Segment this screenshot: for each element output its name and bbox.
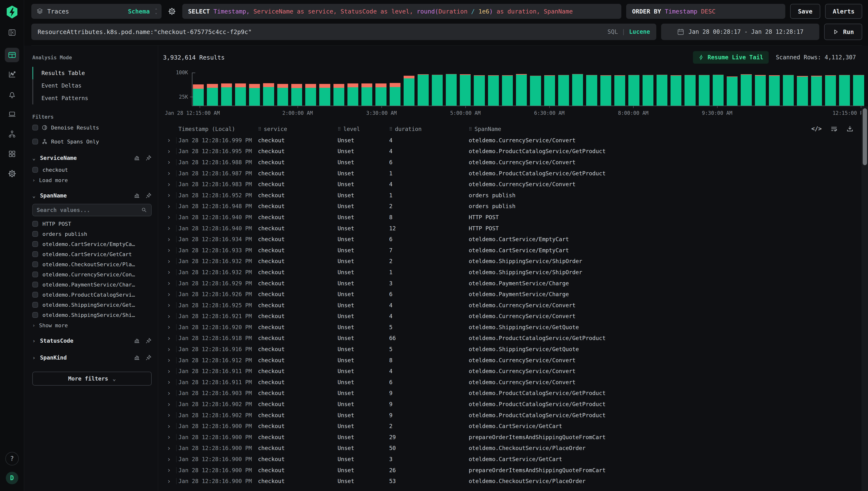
- chart-bar[interactable]: [207, 84, 218, 106]
- expand-row-icon[interactable]: ›: [167, 268, 171, 276]
- more-filters-button[interactable]: More filters ⌄: [32, 372, 152, 385]
- table-row[interactable]: ›Jan 28 12:28:16.903 PMcheckoutUnset9ote…: [163, 388, 857, 399]
- user-avatar[interactable]: D: [6, 472, 18, 484]
- spanname-search[interactable]: [32, 204, 152, 216]
- help-icon[interactable]: ?: [5, 452, 19, 465]
- source-settings-gear-icon[interactable]: [167, 4, 177, 19]
- checkbox[interactable]: [32, 139, 38, 144]
- pin-icon[interactable]: [145, 338, 152, 344]
- chart-bar[interactable]: [446, 74, 457, 106]
- download-icon[interactable]: [846, 125, 854, 133]
- chart-bar[interactable]: [193, 84, 204, 106]
- table-row[interactable]: ›Jan 28 12:28:16.948 PMcheckoutUnset2ord…: [163, 201, 857, 212]
- chart-bar[interactable]: [235, 83, 246, 106]
- nav-services-icon[interactable]: [5, 127, 19, 141]
- chart-bar[interactable]: [221, 83, 232, 106]
- chart-bar[interactable]: [502, 75, 513, 106]
- table-row[interactable]: ›Jan 28 12:28:16.900 PMcheckoutUnset29pr…: [163, 432, 857, 443]
- column-header-duration[interactable]: ⠿duration: [387, 126, 467, 132]
- run-button[interactable]: Run: [824, 24, 862, 40]
- column-header-timestamp-local-[interactable]: Timestamp (Local): [177, 126, 256, 132]
- chart-bar[interactable]: [572, 74, 583, 106]
- lang-lucene-toggle[interactable]: Lucene: [629, 28, 650, 35]
- expand-row-icon[interactable]: ›: [167, 235, 171, 243]
- spanname-search-input[interactable]: [37, 207, 141, 213]
- chart-bar[interactable]: [277, 84, 288, 106]
- order-by-editor[interactable]: ORDER BY Timestamp DESC: [626, 4, 785, 19]
- chart-bar[interactable]: [348, 83, 358, 106]
- expand-row-icon[interactable]: ›: [167, 356, 171, 364]
- expand-row-icon[interactable]: ›: [167, 290, 171, 298]
- expand-row-icon[interactable]: ›: [167, 378, 171, 386]
- table-row[interactable]: ›Jan 28 12:28:16.926 PMcheckoutUnset6ote…: [163, 289, 857, 300]
- servicename-load-more[interactable]: › Load more: [32, 175, 152, 185]
- chart-bar[interactable]: [305, 84, 316, 106]
- sql-select-editor[interactable]: SELECT Timestamp, ServiceName as service…: [182, 4, 621, 19]
- analysis-mode-item[interactable]: Event Deltas: [32, 79, 152, 92]
- filter-section-spanname[interactable]: ⌄ SpanName: [32, 189, 152, 202]
- expand-row-icon[interactable]: ›: [167, 466, 171, 474]
- table-row[interactable]: ›Jan 28 12:28:16.902 PMcheckoutUnset9ote…: [163, 399, 857, 410]
- chart-bar[interactable]: [432, 75, 443, 106]
- chart-bar[interactable]: [615, 75, 625, 106]
- table-row[interactable]: ›Jan 28 12:28:16.983 PMcheckoutUnset4ote…: [163, 179, 857, 190]
- chart-bar[interactable]: [657, 75, 667, 106]
- expand-row-icon[interactable]: ›: [167, 367, 171, 375]
- chart-bar[interactable]: [839, 75, 850, 106]
- table-row[interactable]: ›Jan 28 12:28:16.911 PMcheckoutUnset6ote…: [163, 377, 857, 388]
- wrap-lines-icon[interactable]: [830, 125, 838, 133]
- filter-value-item[interactable]: orders publish: [32, 229, 152, 239]
- nav-chart-icon[interactable]: [5, 67, 19, 82]
- expand-row-icon[interactable]: ›: [167, 202, 171, 210]
- expand-row-icon[interactable]: ›: [167, 334, 171, 342]
- pin-icon[interactable]: [145, 193, 152, 199]
- analysis-mode-item[interactable]: Results Table: [32, 67, 152, 79]
- chart-bar[interactable]: [418, 74, 428, 106]
- chart-bar[interactable]: [460, 74, 471, 106]
- expand-row-icon[interactable]: ›: [167, 444, 171, 452]
- table-row[interactable]: ›Jan 28 12:28:16.929 PMcheckoutUnset3ote…: [163, 278, 857, 289]
- table-row[interactable]: ›Jan 28 12:28:16.987 PMcheckoutUnset1ote…: [163, 168, 857, 179]
- lang-sql-toggle[interactable]: SQL: [607, 28, 618, 35]
- chart-bar[interactable]: [390, 83, 400, 106]
- chart-bar[interactable]: [699, 75, 710, 106]
- chart-bar[interactable]: [755, 75, 766, 106]
- column-header-level[interactable]: ⠿level: [336, 126, 387, 132]
- table-row[interactable]: ›Jan 28 12:28:16.900 PMcheckoutUnset2ote…: [163, 421, 857, 432]
- filter-value-item[interactable]: oteldemo.ProductCatalogServi…: [32, 290, 152, 300]
- chart-bar[interactable]: [741, 74, 752, 106]
- expand-row-icon[interactable]: ›: [167, 279, 171, 287]
- table-row[interactable]: ›Jan 28 12:28:16.932 PMcheckoutUnset2ote…: [163, 256, 857, 267]
- table-row[interactable]: ›Jan 28 12:28:16.916 PMcheckoutUnset5ote…: [163, 344, 857, 355]
- expand-row-icon[interactable]: ›: [167, 158, 171, 166]
- column-header-service[interactable]: ⠿service: [256, 126, 336, 132]
- expand-row-icon[interactable]: ›: [167, 477, 171, 485]
- filter-value-item[interactable]: oteldemo.ShippingService/Shi…: [32, 310, 152, 320]
- expand-row-icon[interactable]: ›: [167, 411, 171, 419]
- schema-mode-label[interactable]: Schema: [128, 8, 150, 15]
- search-input[interactable]: ResourceAttributes.k8s.pod.name:"checkou…: [31, 24, 656, 40]
- filter-section-spankind[interactable]: › SpanKind: [32, 351, 152, 365]
- alerts-button[interactable]: Alerts: [825, 4, 862, 19]
- table-row[interactable]: ›Jan 28 12:28:16.925 PMcheckoutUnset4ote…: [163, 300, 857, 311]
- filter-value-item[interactable]: oteldemo.PaymentService/Char…: [32, 280, 152, 290]
- filter-toggle-denoise-results[interactable]: Denoise Results: [32, 121, 152, 134]
- chart-bar[interactable]: [670, 75, 681, 106]
- chart-bar[interactable]: [642, 75, 653, 106]
- table-row[interactable]: ›Jan 28 12:28:16.900 PMcheckoutUnset53ot…: [163, 475, 857, 487]
- bar-chart-icon[interactable]: [134, 155, 140, 161]
- bar-chart-icon[interactable]: [134, 338, 140, 344]
- checkbox[interactable]: [32, 125, 38, 131]
- chart-bar[interactable]: [291, 84, 302, 106]
- bar-chart-icon[interactable]: [134, 193, 140, 199]
- table-row[interactable]: ›Jan 28 12:28:16.995 PMcheckoutUnset4ote…: [163, 146, 857, 157]
- scrollbar-track[interactable]: [862, 106, 868, 491]
- filter-section-servicename[interactable]: ⌄ ServiceName: [32, 151, 152, 165]
- checkbox[interactable]: [32, 167, 38, 173]
- table-row[interactable]: ›Jan 28 12:28:16.918 PMcheckoutUnset66ot…: [163, 333, 857, 344]
- nav-sessions-icon[interactable]: [5, 107, 19, 121]
- chart-bar[interactable]: [376, 83, 386, 106]
- chart-bar[interactable]: [333, 84, 344, 106]
- table-row[interactable]: ›Jan 28 12:28:16.940 PMcheckoutUnset8HTT…: [163, 212, 857, 223]
- chart-bar[interactable]: [558, 75, 569, 106]
